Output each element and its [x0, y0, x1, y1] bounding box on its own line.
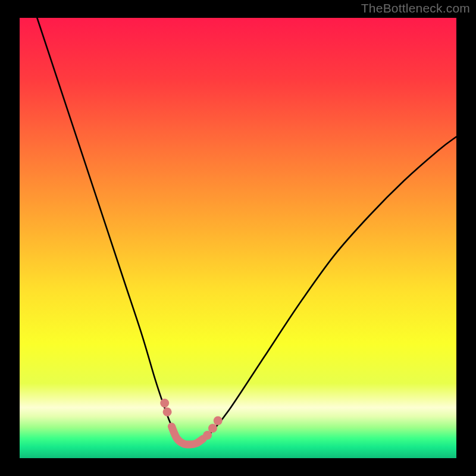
- highlight-dot: [208, 424, 217, 433]
- highlight-dot: [160, 399, 169, 408]
- bottleneck-chart: [0, 0, 476, 476]
- highlight-dot: [163, 408, 172, 416]
- highlight-dot: [214, 416, 223, 425]
- plot-background: [20, 18, 456, 458]
- chart-frame: TheBottleneck.com: [0, 0, 476, 476]
- watermark-text: TheBottleneck.com: [361, 1, 470, 15]
